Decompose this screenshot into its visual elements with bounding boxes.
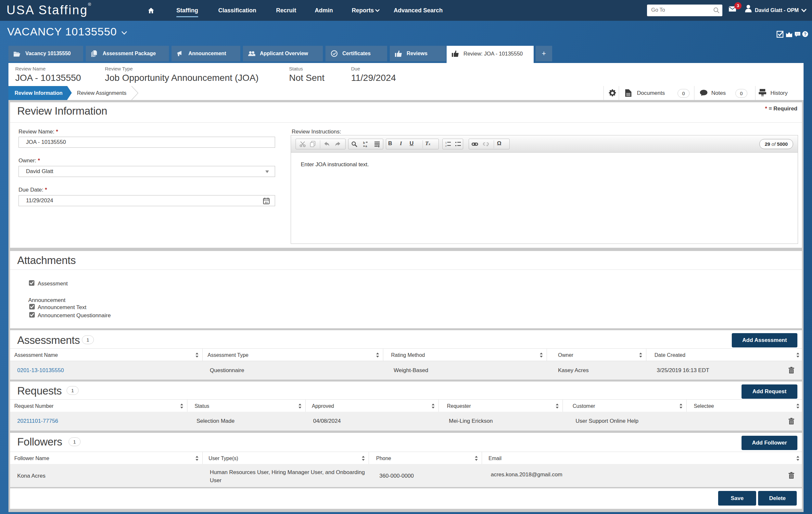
svg-text:2: 2 (445, 145, 446, 147)
svg-text:?: ? (804, 32, 807, 37)
svg-text:31: 31 (265, 201, 268, 204)
svg-text:1: 1 (445, 141, 446, 144)
svg-text:a: a (366, 145, 367, 147)
svg-text:b: b (363, 141, 365, 145)
